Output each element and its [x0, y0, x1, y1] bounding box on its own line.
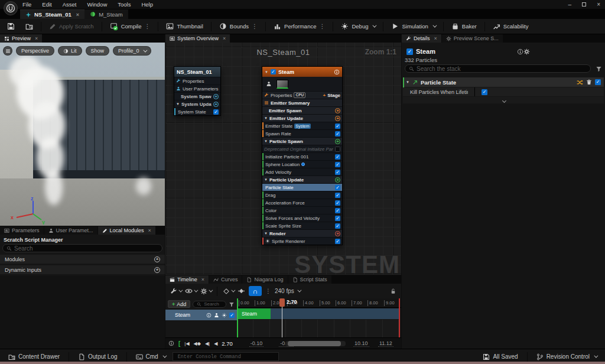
compile-options-icon[interactable]: ⋮ — [144, 23, 150, 30]
enabled-checkbox[interactable]: ✓ — [335, 200, 340, 206]
playhead-marker[interactable] — [279, 298, 285, 307]
emitter-node-header[interactable]: ▼ ✓ Steam — [262, 67, 342, 77]
perspective-button[interactable]: Perspective — [16, 46, 54, 56]
tab-niagara-log[interactable]: Niagara Log — [242, 275, 287, 284]
module-row-add-velocity[interactable]: Add Velocity ✓ — [262, 168, 342, 176]
fps-dropdown[interactable]: 240 fps — [275, 288, 300, 294]
menu-asset[interactable]: Asset — [63, 1, 77, 8]
bounds-button[interactable]: Bounds ⋮ — [214, 20, 262, 34]
module-row-deprecated-initialize[interactable]: Deprecated Original Initialize Particle — [262, 145, 342, 152]
module-row-particle-state-selected[interactable]: Particle State ✓ — [262, 184, 342, 191]
tab-system-overview[interactable]: System Overview × — [165, 34, 230, 43]
modules-search-field[interactable] — [2, 244, 162, 252]
snap-options-icon[interactable]: ⋮ — [265, 288, 271, 294]
module-row-color[interactable]: Color ✓ — [262, 207, 342, 214]
lock-icon[interactable] — [390, 288, 396, 294]
emitter-enabled-checkbox[interactable]: ✓ — [271, 69, 276, 74]
info-icon[interactable] — [334, 69, 340, 75]
track-row-steam[interactable]: Steam ✓ — [165, 310, 237, 320]
minimize-button[interactable]: – — [568, 1, 572, 8]
gear-icon[interactable] — [523, 48, 530, 55]
playback-options-dropdown[interactable] — [200, 288, 212, 295]
scalability-button[interactable]: Scalability — [488, 20, 534, 34]
range-end-field[interactable]: 11.12 — [378, 340, 393, 347]
modules-search-input[interactable] — [14, 245, 158, 252]
trash-icon[interactable] — [586, 79, 592, 85]
enabled-checkbox[interactable]: ✓ — [335, 170, 340, 175]
thumbnail-button[interactable]: Thumbnail — [161, 20, 207, 34]
system-node-header[interactable]: NS_Steam_01 — [174, 67, 220, 77]
track-enabled-checkbox[interactable]: ✓ — [229, 313, 235, 318]
sequencer-settings-dropdown[interactable] — [170, 288, 181, 295]
lit-button[interactable]: Lit — [58, 46, 82, 56]
simulation-button[interactable]: Simulation — [386, 20, 440, 34]
tab-parameters[interactable]: Parameters — [0, 226, 44, 235]
unreal-logo-icon[interactable] — [4, 1, 18, 15]
isolate-emitter-icon[interactable] — [266, 81, 272, 87]
renderer-icon[interactable] — [222, 313, 227, 318]
close-icon[interactable]: × — [35, 35, 38, 41]
view-options-dropdown[interactable] — [185, 287, 197, 295]
system-properties-row[interactable]: Properties — [174, 77, 220, 84]
tab-m-steam[interactable]: M_Steam — [84, 9, 128, 19]
stack-search-field[interactable] — [405, 64, 591, 73]
close-icon[interactable]: × — [434, 35, 437, 41]
module-row-sprite-renderer[interactable]: Sprite Renderer ✓ — [262, 238, 342, 245]
stack-search-input[interactable] — [417, 66, 587, 72]
viewport-menu-icon[interactable] — [3, 46, 12, 56]
apply-scratch-button[interactable]: Apply Scratch — [44, 20, 99, 34]
menu-window[interactable]: Window — [87, 1, 107, 8]
go-to-front-button[interactable]: |◀ — [184, 341, 189, 346]
time-ruler[interactable]: 0.00 1.00 2.00 3.00 4.00 5.00 6.00 7.00 … — [237, 298, 401, 308]
add-stage-plus-icon[interactable]: + — [323, 93, 326, 98]
menu-help[interactable]: Help — [141, 1, 153, 8]
track-search-input[interactable] — [204, 301, 222, 307]
collapse-arrow-icon[interactable]: ▼ — [264, 178, 268, 181]
timeline-scrollbar-thumb[interactable] — [288, 341, 341, 346]
tab-preview-scene-settings[interactable]: Preview Scene S... — [442, 34, 503, 43]
auto-key-button[interactable] — [238, 287, 245, 295]
enabled-checkbox[interactable]: ✓ — [335, 216, 340, 221]
enabled-checkbox[interactable]: ✓ — [335, 154, 340, 160]
restore-button[interactable] — [582, 2, 586, 6]
menu-edit[interactable]: Edit — [42, 1, 51, 8]
close-button[interactable]: × — [597, 1, 600, 8]
module-row-initialize-particle[interactable]: Initialize Particle 001 ✓ — [262, 153, 342, 160]
compile-button[interactable]: Compile ⋮ — [105, 20, 155, 34]
modules-category-row[interactable]: Modules + — [0, 255, 165, 264]
tab-script-stats[interactable]: Script Stats — [288, 275, 331, 284]
timeline-grid-area[interactable] — [237, 320, 400, 337]
baker-button[interactable]: Baker — [447, 20, 482, 34]
tab-user-parameters[interactable]: User Paramet... — [44, 226, 97, 235]
isolate-icon[interactable] — [214, 313, 219, 318]
tab-timeline[interactable]: Timeline × — [165, 275, 209, 284]
step-back-button[interactable]: ◀| — [205, 341, 210, 346]
module-row-drag[interactable]: Drag ✓ — [262, 191, 342, 199]
node-graph-canvas[interactable]: NS_Steam_01 Zoom 1:1 SYSTEM NS_Steam_01 … — [165, 43, 401, 275]
close-icon[interactable]: × — [148, 228, 151, 233]
play-reverse-button[interactable]: ◀ — [214, 341, 217, 346]
tab-curves[interactable]: Curves — [209, 275, 242, 284]
particle-update-group-row[interactable]: ▼ Particle Update + — [262, 176, 342, 183]
property-checkbox[interactable]: ✓ — [482, 89, 487, 95]
particle-spawn-group-row[interactable]: ▼ Particle Spawn + — [262, 138, 342, 145]
previous-key-button[interactable]: ◀◆ — [194, 341, 201, 346]
add-dynamic-input-icon[interactable]: + — [154, 267, 160, 273]
enabled-checkbox[interactable]: ✓ — [335, 223, 340, 229]
playback-range-end-marker[interactable] — [399, 298, 400, 337]
add-module-icon[interactable]: + — [335, 177, 340, 183]
enabled-checkbox[interactable]: ✓ — [335, 131, 340, 136]
column-divider[interactable] — [474, 87, 475, 96]
enabled-checkbox[interactable]: ✓ — [335, 208, 340, 213]
collapse-arrow-icon[interactable]: ▼ — [176, 102, 180, 106]
module-row-solve-forces[interactable]: Solve Forces and Velocity ✓ — [262, 214, 342, 222]
material-thumbnail[interactable] — [277, 80, 288, 89]
performance-button[interactable]: Performance ⋮ — [269, 20, 330, 34]
snap-toggle-button[interactable]: ∩ — [249, 286, 262, 296]
save-button[interactable] — [2, 20, 19, 34]
system-node[interactable]: NS_Steam_01 Properties User Parameters S… — [174, 66, 221, 116]
performance-options-icon[interactable]: ⋮ — [319, 23, 325, 30]
add-module-icon[interactable]: + — [154, 256, 160, 262]
module-row-acceleration-force[interactable]: Acceleration Force ✓ — [262, 199, 342, 206]
collapse-arrow-icon[interactable]: ▼ — [264, 139, 268, 143]
